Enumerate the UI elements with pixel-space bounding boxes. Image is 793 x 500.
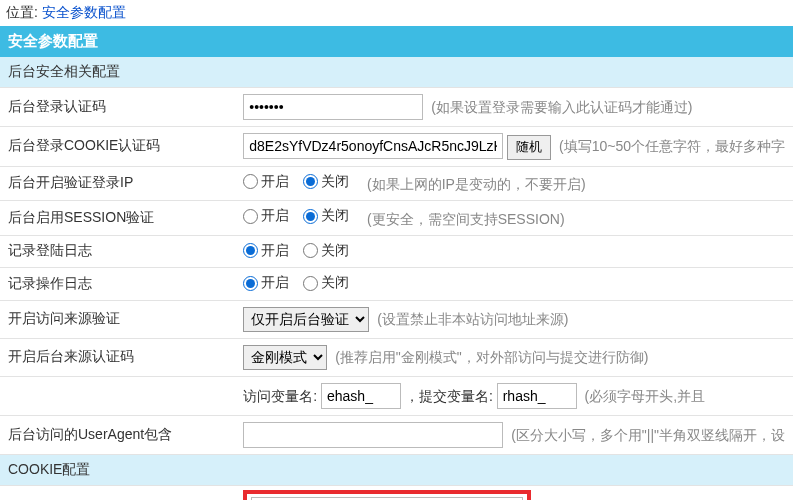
cookie-authcode-input[interactable] bbox=[243, 133, 503, 159]
log-login-off-radio[interactable] bbox=[303, 243, 318, 258]
login-authcode-input[interactable] bbox=[243, 94, 423, 120]
hint-referer: (设置禁止非本站访问地址来源) bbox=[377, 311, 568, 327]
random-button[interactable]: 随机 bbox=[507, 135, 551, 160]
breadcrumb: 位置: 安全参数配置 bbox=[0, 0, 793, 26]
log-op-off-radio[interactable] bbox=[303, 276, 318, 291]
verify-ip-off-label: 关闭 bbox=[321, 173, 349, 191]
verify-ip-on-label: 开启 bbox=[261, 173, 289, 191]
session-off-label: 关闭 bbox=[321, 207, 349, 225]
useragent-input[interactable] bbox=[243, 422, 503, 448]
label-cookie-authcode: 后台登录COOKIE认证码 bbox=[0, 127, 235, 167]
label-log-login: 记录登陆日志 bbox=[0, 235, 235, 268]
section-header: 安全参数配置 bbox=[0, 26, 793, 57]
session-on-radio[interactable] bbox=[243, 209, 258, 224]
session-off-radio[interactable] bbox=[303, 209, 318, 224]
cookie-domain-highlight bbox=[243, 490, 531, 501]
log-op-off-label: 关闭 bbox=[321, 274, 349, 292]
submit-var-label: ，提交变量名: bbox=[405, 388, 493, 404]
breadcrumb-prefix: 位置: bbox=[6, 4, 42, 20]
log-login-on-radio[interactable] bbox=[243, 243, 258, 258]
log-login-on-label: 开启 bbox=[261, 242, 289, 260]
access-var-label: 访问变量名: bbox=[243, 388, 317, 404]
submit-var-input[interactable] bbox=[497, 383, 577, 409]
breadcrumb-link[interactable]: 安全参数配置 bbox=[42, 4, 126, 20]
label-session: 后台启用SESSION验证 bbox=[0, 201, 235, 236]
label-useragent: 后台访问的UserAgent包含 bbox=[0, 415, 235, 454]
hint-vars: (必须字母开头,并且 bbox=[585, 388, 706, 404]
subsection-cookie: COOKIE配置 bbox=[0, 454, 793, 485]
hint-session: (更安全，需空间支持SESSION) bbox=[367, 211, 565, 227]
hint-cookie-authcode: (填写10~50个任意字符，最好多种字 bbox=[559, 138, 785, 154]
log-op-on-radio[interactable] bbox=[243, 276, 258, 291]
label-log-op: 记录操作日志 bbox=[0, 268, 235, 301]
verify-ip-off-radio[interactable] bbox=[303, 174, 318, 189]
hint-verify-ip: (如果上网的IP是变动的，不要开启) bbox=[367, 176, 586, 192]
session-on-label: 开启 bbox=[261, 207, 289, 225]
label-vars-empty bbox=[0, 376, 235, 415]
access-var-input[interactable] bbox=[321, 383, 401, 409]
label-login-authcode: 后台登录认证码 bbox=[0, 88, 235, 127]
subsection-backend-security: 后台安全相关配置 bbox=[0, 57, 793, 88]
label-referer: 开启访问来源验证 bbox=[0, 300, 235, 338]
log-op-on-label: 开启 bbox=[261, 274, 289, 292]
label-verify-ip: 后台开启验证登录IP bbox=[0, 166, 235, 201]
hint-source-auth: (推荐启用"金刚模式"，对外部访问与提交进行防御) bbox=[335, 349, 648, 365]
referer-select[interactable]: 仅开启后台验证 bbox=[243, 307, 369, 332]
cookie-domain-input[interactable] bbox=[251, 497, 523, 501]
label-cookie-domain: COOKIE作用域 bbox=[0, 485, 235, 500]
source-auth-select[interactable]: 金刚模式 bbox=[243, 345, 327, 370]
label-source-auth: 开启后台来源认证码 bbox=[0, 338, 235, 376]
hint-login-authcode: (如果设置登录需要输入此认证码才能通过) bbox=[431, 99, 692, 115]
verify-ip-on-radio[interactable] bbox=[243, 174, 258, 189]
hint-useragent: (区分大小写，多个用"||"半角双竖线隔开，设 bbox=[511, 427, 785, 443]
log-login-off-label: 关闭 bbox=[321, 242, 349, 260]
